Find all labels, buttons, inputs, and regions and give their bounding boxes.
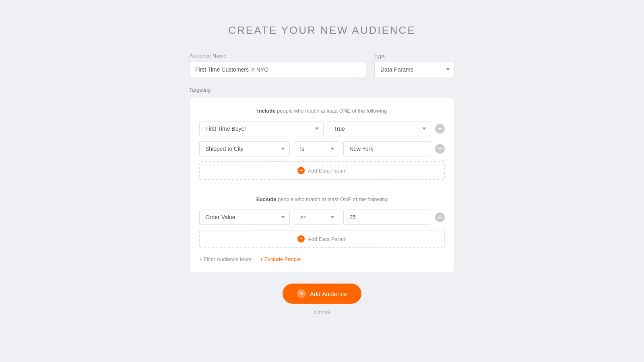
type-group: Type Data Params Segment Custom	[374, 53, 455, 77]
include-header-rest: people who match at least ONE of the fol…	[275, 108, 387, 114]
include-row1-param-wrapper: First Time Buyer Shipped to City Order V…	[199, 121, 324, 136]
exclude-row1-param-wrapper: Order Value First Time Buyer Shipped to …	[199, 210, 290, 225]
bottom-links: + Filter Audience More + Exclude People	[199, 256, 445, 262]
include-row1-param-select[interactable]: First Time Buyer Shipped to City Order V…	[199, 121, 324, 136]
include-header: Include people who match at least ONE of…	[199, 108, 445, 114]
audience-name-group: Audience Name	[189, 53, 366, 77]
exclude-people-link[interactable]: + Exclude People	[260, 256, 301, 262]
targeting-box: Include people who match at least ONE of…	[189, 98, 455, 272]
action-area: + Add Audience Cancel	[189, 284, 455, 315]
include-row1-operator-select[interactable]: True False	[328, 121, 431, 136]
include-row2-operator-wrapper: Is Is Not Contains	[294, 141, 339, 156]
section-divider	[199, 188, 445, 188]
exclude-header: Exclude people who match at least ONE of…	[199, 196, 445, 202]
exclude-row1-param-select[interactable]: Order Value First Time Buyer Shipped to …	[199, 210, 290, 225]
page-container: CREATE YOUR NEW AUDIENCE Audience Name T…	[181, 24, 463, 315]
exclude-row-1: Order Value First Time Buyer Shipped to …	[199, 210, 445, 225]
targeting-label: Targeting	[189, 87, 455, 93]
audience-name-label: Audience Name	[189, 53, 366, 59]
type-select[interactable]: Data Params Segment Custom	[374, 62, 455, 77]
exclude-row1-operator-select[interactable]: >= <= > <	[294, 210, 339, 225]
top-fields: Audience Name Type Data Params Segment C…	[189, 53, 455, 77]
audience-name-input[interactable]	[189, 62, 366, 77]
include-row2-value-input[interactable]	[343, 141, 431, 156]
exclude-add-param-label: Add Data Param	[308, 236, 347, 242]
include-row2-param-wrapper: Shipped to City First Time Buyer Order V…	[199, 141, 290, 156]
include-row2-param-select[interactable]: Shipped to City First Time Buyer Order V…	[199, 141, 290, 156]
add-audience-plus-icon: +	[297, 289, 306, 298]
exclude-header-rest: people who match at least ONE of the fol…	[277, 196, 388, 202]
type-select-wrapper: Data Params Segment Custom	[374, 62, 455, 77]
filter-more-link[interactable]: + Filter Audience More	[199, 256, 252, 262]
include-row1-remove-button[interactable]	[435, 124, 445, 134]
include-row-1: First Time Buyer Shipped to City Order V…	[199, 121, 445, 136]
cancel-link[interactable]: Cancel	[314, 309, 330, 315]
exclude-row1-remove-button[interactable]	[435, 212, 445, 222]
include-row2-operator-select[interactable]: Is Is Not Contains	[294, 141, 339, 156]
include-row-2: Shipped to City First Time Buyer Order V…	[199, 141, 445, 156]
exclude-row1-operator-wrapper: >= <= > <	[294, 210, 339, 225]
page-title: CREATE YOUR NEW AUDIENCE	[189, 24, 455, 37]
include-add-plus-icon: +	[297, 167, 305, 174]
targeting-section: Targeting Include people who match at le…	[189, 87, 455, 272]
type-label: Type	[374, 53, 455, 59]
add-audience-label: Add Audience	[310, 290, 347, 297]
include-strong: Include	[257, 108, 276, 114]
remove-icon	[438, 217, 442, 218]
exclude-strong: Exclude	[256, 196, 277, 202]
remove-icon	[438, 148, 442, 149]
exclude-row1-value-input[interactable]	[343, 210, 431, 225]
include-add-param-label: Add Data Param	[308, 168, 347, 174]
exclude-add-plus-icon: +	[297, 235, 305, 243]
remove-icon	[438, 128, 442, 129]
include-row2-remove-button[interactable]	[435, 144, 445, 154]
exclude-add-param-button[interactable]: + Add Data Param	[199, 230, 445, 248]
add-audience-button[interactable]: + Add Audience	[283, 284, 362, 304]
include-add-param-button[interactable]: + Add Data Param	[199, 161, 445, 180]
include-row1-operator-wrapper: True False	[328, 121, 431, 136]
